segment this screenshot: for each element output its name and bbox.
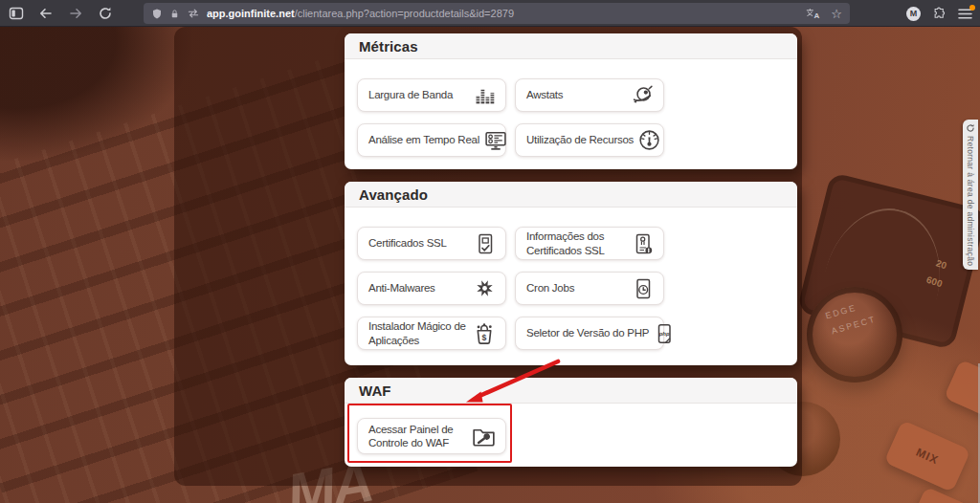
gauge-icon — [637, 128, 661, 152]
section-waf: WAF Acessar Painel de Controle do WAF — [345, 378, 797, 467]
translate-icon[interactable]: A — [806, 8, 821, 20]
card-utilizacao-recursos[interactable]: Utilização de Recursos — [515, 123, 664, 157]
client-area-content: Métricas Largura de Banda Awstats Anális… — [345, 33, 797, 467]
card-anti-malwares[interactable]: Anti-Malwares — [357, 272, 506, 305]
container-switch-icon[interactable] — [187, 8, 200, 19]
section-metricas: Métricas Largura de Banda Awstats Anális… — [345, 33, 797, 169]
card-cron-jobs[interactable]: Cron Jobs — [515, 272, 664, 305]
section-title: Avançado — [345, 182, 797, 208]
url-path: /clientarea.php?action=productdetails&id… — [295, 8, 514, 19]
section-avancado: Avançado Certificados SSL Informações do… — [345, 182, 797, 365]
refresh-icon — [966, 123, 975, 133]
card-seletor-versao-php[interactable]: Seletor de Versão do PHP php — [515, 317, 664, 350]
svg-text:php: php — [658, 330, 670, 336]
reload-icon[interactable] — [97, 5, 114, 22]
card-label: Utilização de Recursos — [526, 133, 634, 146]
tracking-shield-icon[interactable] — [151, 8, 163, 20]
menu-icon[interactable] — [958, 8, 972, 20]
card-label: Certificados SSL — [368, 236, 447, 250]
background-key-label: MIX — [914, 446, 941, 468]
url-text: app.goinfinite.net/clientarea.php?action… — [207, 8, 799, 19]
card-label: Cron Jobs — [526, 281, 574, 295]
folder-wrench-icon — [471, 425, 497, 448]
document-clock-icon — [632, 276, 655, 301]
card-analise-tempo-real[interactable]: Análise em Tempo Real — [357, 123, 506, 157]
card-informacoes-certificados-ssl[interactable]: Informações dos Certificados SSL — [515, 227, 664, 260]
bookmark-star-icon[interactable]: ☆ — [831, 8, 842, 20]
section-title: WAF — [345, 378, 797, 404]
malware-burst-icon — [473, 276, 497, 300]
firefox-view-icon[interactable] — [8, 5, 25, 22]
update-badge — [969, 5, 975, 11]
certificate-check-icon — [474, 231, 497, 256]
section-title: Métricas — [345, 33, 797, 59]
card-label: Acessar Painel de Controle do WAF — [368, 423, 467, 450]
awstats-owl-icon — [631, 83, 655, 107]
forward-icon[interactable] — [67, 5, 84, 22]
realtime-monitor-icon — [483, 128, 508, 152]
card-label: Largura de Banda — [368, 88, 453, 101]
card-certificados-ssl[interactable]: Certificados SSL — [357, 227, 506, 260]
bandwidth-bars-icon — [473, 83, 497, 107]
page-background: MIX MA EDGE ASPECT 20 600 Métricas Largu… — [0, 27, 980, 503]
shopping-bag-icon: $ — [472, 321, 497, 346]
extension-icon[interactable] — [932, 7, 947, 21]
card-instalador-magico[interactable]: Instalador Mágico de Aplicações $ — [357, 317, 506, 350]
return-tab-label: Retornar à área de administração — [966, 136, 975, 266]
back-icon[interactable] — [37, 5, 55, 22]
card-label: Awstats — [526, 88, 563, 101]
certificate-info-icon — [632, 231, 655, 256]
card-label: Seletor de Versão do PHP — [526, 326, 649, 339]
card-label: Análise em Tempo Real — [368, 133, 479, 146]
svg-text:$: $ — [482, 333, 487, 342]
return-to-admin-tab[interactable]: Retornar à área de administração — [963, 120, 978, 270]
card-label: Informações dos Certificados SSL — [526, 230, 628, 257]
url-bar[interactable]: app.goinfinite.net/clientarea.php?action… — [144, 3, 850, 24]
php-document-icon: php — [653, 321, 676, 346]
card-awstats[interactable]: Awstats — [515, 78, 664, 112]
card-acessar-painel-waf[interactable]: Acessar Painel de Controle do WAF — [357, 418, 506, 454]
card-largura-de-banda[interactable]: Largura de Banda — [357, 78, 506, 112]
url-host: app.goinfinite.net — [207, 8, 295, 19]
card-label: Instalador Mágico de Aplicações — [368, 319, 468, 347]
lock-icon[interactable] — [169, 8, 180, 20]
account-avatar[interactable]: M — [906, 7, 921, 21]
svg-text:A: A — [814, 11, 820, 19]
card-label: Anti-Malwares — [368, 281, 435, 295]
browser-toolbar: app.goinfinite.net/clientarea.php?action… — [0, 0, 980, 27]
